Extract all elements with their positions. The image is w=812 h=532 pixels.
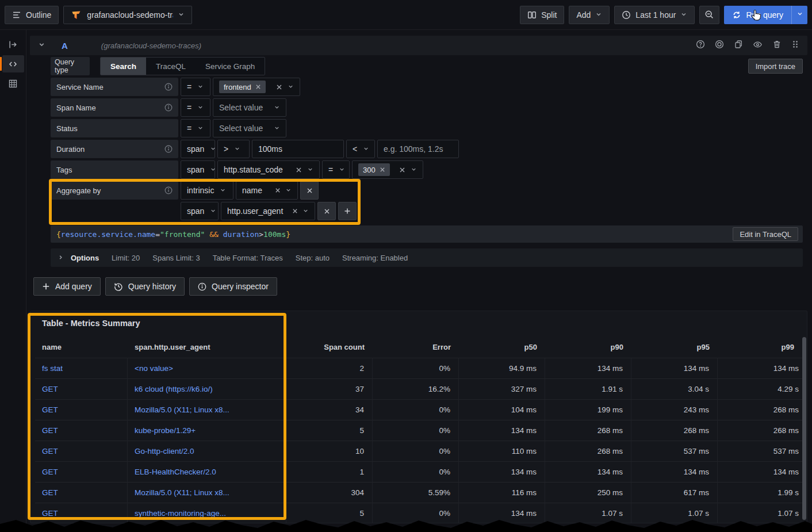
split-icon [527, 10, 537, 20]
service-name-value-select[interactable]: frontend [213, 78, 300, 96]
aggregate-attribute-select[interactable]: name [236, 181, 298, 200]
datasource-picker[interactable]: grafanacloud-sedemo-tra [63, 6, 192, 24]
table-cell-link[interactable]: GET [35, 441, 128, 461]
aggregate-scope-select[interactable]: span [181, 202, 219, 220]
add-query-button[interactable]: Add query [33, 277, 101, 296]
tag-name-select[interactable]: http.status_code [217, 160, 320, 179]
code-view-button[interactable] [2, 55, 24, 72]
chevron-down-icon [210, 206, 216, 216]
run-query-button[interactable]: Run query [724, 6, 791, 24]
run-query-group: Run query [724, 6, 807, 24]
table-cell-link[interactable]: GET [35, 482, 128, 503]
table-cell: 110 ms [459, 441, 545, 461]
table-cell-link[interactable]: k6 cloud (https://k6.io/) [128, 378, 286, 399]
query-inspector-button[interactable]: Query inspector [189, 277, 277, 296]
expand-pane-button[interactable] [2, 36, 24, 53]
table-cell-link[interactable]: <no value> [128, 358, 286, 378]
remove-query-icon[interactable] [772, 40, 782, 51]
zoom-out-button[interactable] [699, 6, 719, 24]
table-scrollbar[interactable] [802, 337, 806, 520]
duplicate-query-icon[interactable] [734, 40, 743, 51]
span-name-operator-select[interactable]: = [181, 98, 210, 117]
tag-operator-select[interactable]: = [322, 160, 350, 179]
clear-icon[interactable] [292, 208, 298, 214]
option-item: Spans Limit: 3 [152, 254, 200, 262]
status-value-select[interactable]: Select value [213, 119, 286, 137]
column-header-error[interactable]: Error [373, 337, 459, 358]
clear-icon[interactable] [275, 187, 281, 193]
column-header-p99[interactable]: p99 [718, 337, 802, 358]
collapse-chevron-icon[interactable] [38, 40, 45, 51]
split-button[interactable]: Split [520, 6, 564, 24]
hide-response-icon[interactable] [753, 40, 763, 52]
add-aggregate-row-button[interactable] [338, 202, 357, 220]
disable-query-icon[interactable] [715, 40, 724, 51]
table-cell-link[interactable]: Mozilla/5.0 (X11; Linux x8... [128, 399, 286, 420]
clear-icon[interactable] [399, 167, 405, 173]
remove-value-icon[interactable] [380, 167, 385, 173]
status-operator-select[interactable]: = [181, 119, 210, 137]
table-cell-link[interactable]: Go-http-client/2.0 [128, 441, 286, 461]
table-cell-link[interactable]: GET [35, 399, 128, 420]
aggregate-scope-select[interactable]: intrinsic [181, 181, 233, 200]
add-button[interactable]: Add [569, 6, 610, 24]
table-cell-link[interactable]: Mozilla/5.0 (X11; Linux x8... [128, 482, 286, 503]
query-history-button[interactable]: Query history [105, 277, 185, 296]
query-editor: Query type SearchTraceQLService Graph Im… [51, 57, 803, 223]
tab-traceql[interactable]: TraceQL [146, 58, 196, 75]
table-cell: 5 [286, 420, 373, 441]
table-cell-link[interactable]: GET [35, 503, 128, 523]
tag-scope-select[interactable]: span [181, 160, 215, 179]
query-row-header[interactable]: A (grafanacloud-sedemo-traces) [30, 36, 807, 55]
outline-button[interactable]: Outline [5, 6, 59, 24]
edit-in-traceql-button[interactable]: Edit in TraceQL [733, 227, 798, 241]
aggregate-attribute-select[interactable]: http.user_agent [221, 202, 315, 220]
table-cell-link[interactable]: synthetic-monitoring-age... [128, 503, 286, 523]
table-view-button[interactable] [2, 75, 24, 92]
table-cell: 1.99 s [718, 482, 802, 503]
import-trace-button[interactable]: Import trace [748, 59, 803, 74]
tempo-datasource-icon [71, 9, 82, 21]
remove-value-icon[interactable] [255, 84, 261, 90]
clear-icon[interactable] [276, 84, 282, 90]
table-cell-link[interactable]: GET [35, 461, 128, 482]
help-icon[interactable] [696, 40, 705, 51]
column-header-p50[interactable]: p50 [459, 337, 545, 358]
time-range-picker[interactable]: Last 1 hour [614, 6, 695, 24]
span-name-value-select[interactable]: Select value [213, 98, 286, 117]
chevron-down-icon [210, 165, 216, 174]
tab-service-graph[interactable]: Service Graph [196, 58, 265, 75]
table-cell-link[interactable]: GET [35, 378, 128, 399]
table-cell: 5.59% [373, 482, 459, 503]
clear-icon[interactable] [296, 167, 302, 173]
tab-search[interactable]: Search [101, 58, 146, 75]
table-cell-link[interactable]: kube-probe/1.29+ [128, 420, 286, 441]
table-cell: 304 [286, 482, 373, 503]
duration-gt-operator-select[interactable]: > [217, 140, 250, 158]
remove-aggregate-row-button[interactable] [317, 202, 336, 220]
duration-max-input[interactable]: e.g. 100ms, 1.2s [377, 140, 459, 158]
table-cell-link[interactable]: ELB-HealthChecker/2.0 [128, 461, 286, 482]
tag-value-select[interactable]: 300 [352, 160, 423, 179]
service-name-operator-select[interactable]: = [181, 78, 210, 96]
table-cell: 268 ms [545, 441, 631, 461]
table-cell-link[interactable]: GET [35, 420, 128, 441]
table-cell: 134 ms [545, 461, 631, 482]
tags-row: Tags span http.status_code = 300 [51, 160, 803, 179]
option-item: Step: auto [296, 254, 330, 262]
duration-min-input[interactable]: 100ms [252, 140, 344, 158]
table-cell-link[interactable]: fs stat [35, 358, 128, 378]
column-header-p90[interactable]: p90 [545, 337, 631, 358]
column-header-name[interactable]: name [35, 337, 128, 358]
column-header-span-count[interactable]: Span count [286, 337, 373, 358]
remove-aggregate-row-button[interactable] [300, 181, 319, 200]
drag-handle-icon[interactable] [791, 40, 799, 51]
duration-lt-operator-select[interactable]: < [346, 140, 375, 158]
column-header-p95[interactable]: p95 [631, 337, 718, 358]
column-header-span-http-user-agent[interactable]: span.http.user_agent [128, 337, 286, 358]
split-label: Split [541, 10, 557, 20]
run-query-dropdown-button[interactable] [791, 6, 807, 24]
options-toggle[interactable]: Options [58, 254, 99, 262]
duration-scope-select[interactable]: span [181, 140, 215, 158]
table-cell: 1.07 s [545, 503, 631, 523]
